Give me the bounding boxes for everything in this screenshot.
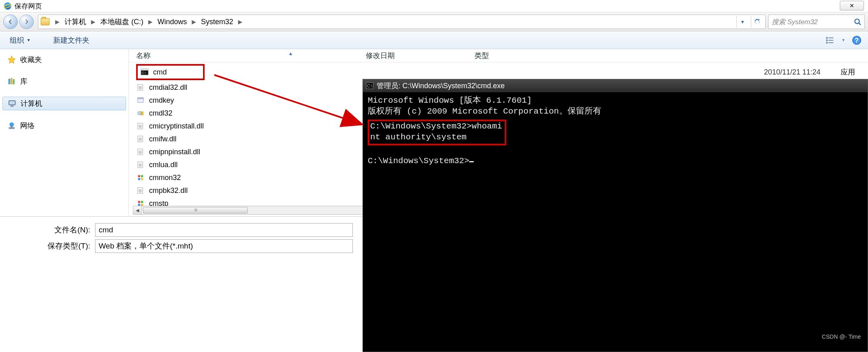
svg-line-3 <box>859 23 861 25</box>
svg-rect-48 <box>141 178 143 180</box>
breadcrumb-item[interactable]: System32 <box>199 17 235 27</box>
svg-point-35 <box>140 126 141 127</box>
breadcrumb: ▶ 计算机 ▶ 本地磁盘 (C:) ▶ Windows ▶ System32 ▶ <box>53 16 245 27</box>
dll-icon <box>136 186 145 195</box>
dll-icon <box>136 135 145 143</box>
svg-point-31 <box>138 112 141 115</box>
svg-rect-5 <box>826 39 828 41</box>
svg-rect-6 <box>826 42 828 43</box>
chevron-right-icon: ▶ <box>53 19 62 25</box>
svg-rect-18 <box>11 106 13 106</box>
dll-icon <box>136 122 145 130</box>
savetype-label: 保存类型(T): <box>6 241 95 251</box>
dll-icon <box>136 160 145 169</box>
sidebar: 收藏夹 库 计算机 网络 <box>0 49 129 216</box>
search-icon <box>854 18 861 25</box>
svg-point-51 <box>140 190 141 192</box>
close-icon: ✕ <box>849 2 854 9</box>
window-title: 保存网页 <box>15 2 42 11</box>
file-row-cmd[interactable]: C:\ cmd 2010/11/21 11:24 应用 <box>129 63 868 81</box>
exe-icon <box>136 96 145 105</box>
svg-rect-47 <box>138 178 140 180</box>
filename-label: 文件名(N): <box>6 225 95 235</box>
view-options-button[interactable] <box>825 35 835 45</box>
column-date[interactable]: 修改日期 <box>366 51 474 60</box>
chevron-right-icon: ▶ <box>189 19 199 25</box>
folder-icon <box>41 18 50 25</box>
breadcrumb-item[interactable]: Windows <box>156 17 189 27</box>
back-button[interactable] <box>3 14 18 29</box>
exe-icon <box>136 109 145 118</box>
toolbar: 组织▼ 新建文件夹 ▼ ? <box>0 31 868 49</box>
star-icon <box>7 55 16 64</box>
svg-rect-13 <box>8 79 10 85</box>
column-type[interactable]: 类型 <box>474 51 489 60</box>
svg-text:?: ? <box>855 37 859 44</box>
svg-rect-8 <box>829 40 833 41</box>
new-folder-button[interactable]: 新建文件夹 <box>50 34 93 47</box>
scroll-left-button[interactable]: ◀ <box>133 206 141 214</box>
chevron-down-icon[interactable]: ▼ <box>841 38 845 42</box>
exe-icon: C:\ <box>140 68 149 77</box>
svg-point-38 <box>140 139 141 140</box>
sidebar-network[interactable]: 网络 <box>0 118 128 133</box>
forward-button[interactable] <box>19 14 34 29</box>
breadcrumb-item[interactable]: 计算机 <box>63 16 88 27</box>
svg-rect-24 <box>141 69 148 70</box>
filename-input[interactable]: cmd <box>95 223 353 237</box>
address-dropdown[interactable]: ▾ <box>736 16 748 28</box>
chevron-right-icon: ▶ <box>146 19 155 25</box>
title-bar: 保存网页 ✕ <box>0 0 868 12</box>
watermark: CSDN @- Time <box>822 333 861 340</box>
column-name[interactable]: 名称 <box>136 51 366 60</box>
savetype-select[interactable]: Web 档案，单个文件(*.mht) <box>95 239 353 253</box>
search-placeholder: 搜索 System32 <box>772 17 818 27</box>
chevron-right-icon: ▶ <box>236 19 245 25</box>
network-icon <box>7 121 16 130</box>
svg-point-28 <box>140 87 141 89</box>
help-button[interactable]: ? <box>852 35 862 45</box>
svg-rect-30 <box>138 98 143 99</box>
cmd-highlight-box: C:\Windows\System32>whoami nt authority\… <box>368 120 506 145</box>
svg-rect-14 <box>10 78 12 85</box>
refresh-button[interactable] <box>751 16 763 28</box>
svg-rect-17 <box>10 101 15 104</box>
organize-menu[interactable]: 组织▼ <box>6 34 34 47</box>
dll-icon <box>136 83 145 92</box>
svg-rect-45 <box>138 175 140 177</box>
svg-rect-53 <box>141 201 143 203</box>
cmd-icon: C:\ <box>366 83 373 89</box>
svg-point-44 <box>140 165 141 166</box>
exe-icon <box>136 199 145 206</box>
svg-rect-22 <box>11 126 12 128</box>
ie-icon <box>3 2 12 10</box>
svg-rect-32 <box>141 112 143 115</box>
svg-rect-4 <box>826 37 828 39</box>
svg-point-20 <box>10 122 14 127</box>
sidebar-favorites[interactable]: 收藏夹 <box>0 52 128 67</box>
svg-rect-15 <box>13 79 15 85</box>
cmd-output: Microsoft Windows [版本 6.1.7601] 版权所有 (c)… <box>363 92 868 170</box>
svg-rect-9 <box>829 42 833 43</box>
scroll-thumb[interactable] <box>143 207 248 213</box>
chevron-right-icon: ▶ <box>89 19 98 25</box>
cmd-window: C:\ 管理员: C:\Windows\System32\cmd.exe Mic… <box>363 79 868 352</box>
cursor-icon <box>469 161 474 162</box>
breadcrumb-item[interactable]: 本地磁盘 (C:) <box>99 16 145 27</box>
search-input[interactable]: 搜索 System32 <box>768 14 865 29</box>
svg-point-41 <box>140 152 141 153</box>
svg-rect-19 <box>10 106 14 107</box>
libraries-icon <box>7 77 16 86</box>
svg-rect-7 <box>829 37 833 38</box>
sidebar-computer[interactable]: 计算机 <box>2 97 126 110</box>
column-headers[interactable]: 名称 修改日期 类型 <box>129 49 868 62</box>
address-bar[interactable]: ▶ 计算机 ▶ 本地磁盘 (C:) ▶ Windows ▶ System32 ▶… <box>38 14 766 29</box>
svg-point-2 <box>855 19 859 23</box>
exe-icon <box>136 173 145 182</box>
sidebar-libraries[interactable]: 库 <box>0 74 128 89</box>
cmd-title-bar[interactable]: C:\ 管理员: C:\Windows\System32\cmd.exe <box>363 79 868 92</box>
svg-rect-46 <box>141 175 143 177</box>
dll-icon <box>136 147 145 156</box>
nav-bar: ▶ 计算机 ▶ 本地磁盘 (C:) ▶ Windows ▶ System32 ▶… <box>0 12 868 31</box>
close-button[interactable]: ✕ <box>840 1 864 10</box>
